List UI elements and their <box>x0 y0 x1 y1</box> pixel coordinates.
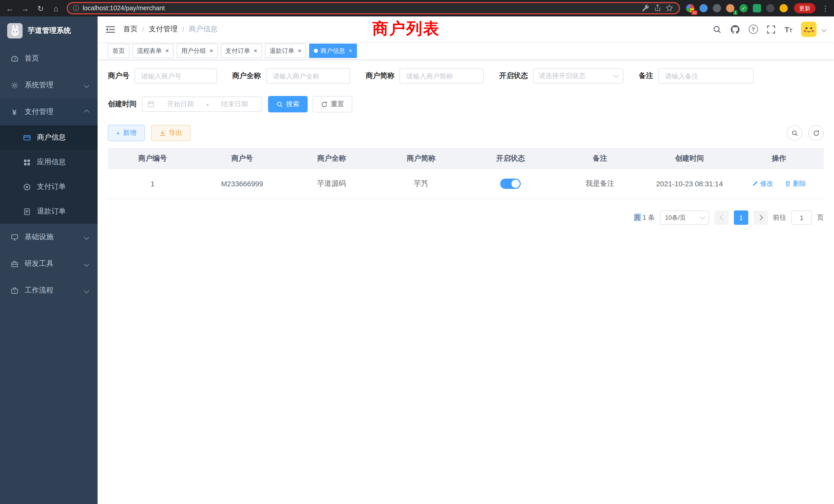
col-full-name: 商户全称 <box>287 148 376 168</box>
hide-search-button[interactable] <box>787 125 802 141</box>
tab-home[interactable]: 首页 <box>108 44 129 58</box>
avatar-caret-icon[interactable] <box>821 27 827 32</box>
search-icon <box>276 101 283 108</box>
breadcrumb-payment[interactable]: 支付管理 <box>149 25 178 34</box>
sidebar-item-workflow[interactable]: 工作流程 <box>0 277 97 304</box>
delete-button[interactable]: 删除 <box>785 179 806 188</box>
extension-icon-face[interactable] <box>780 4 788 12</box>
close-icon[interactable]: × <box>349 48 352 54</box>
extension-icon-dark[interactable] <box>713 4 721 12</box>
edit-button[interactable]: 修改 <box>752 179 773 188</box>
close-icon[interactable]: × <box>298 48 302 54</box>
close-icon[interactable]: × <box>254 48 257 54</box>
github-icon[interactable] <box>730 25 740 34</box>
tab-process-form[interactable]: 流程表单 × <box>132 44 174 58</box>
extension-icon-pin[interactable] <box>766 4 774 12</box>
page-size-select[interactable]: 10条/页 <box>660 210 709 225</box>
site-info-icon[interactable]: ⓘ <box>73 4 79 13</box>
remark-input[interactable] <box>658 68 754 84</box>
browser-update-button[interactable]: 更新 <box>794 3 815 13</box>
password-key-icon[interactable] <box>642 4 650 12</box>
page-1-button[interactable]: 1 <box>734 210 748 225</box>
edit-button-label: 修改 <box>760 179 773 188</box>
reset-button[interactable]: 重置 <box>313 96 352 112</box>
export-button[interactable]: 导出 <box>151 125 190 141</box>
pagination: 共 1 条 10条/页 1 前往 页 <box>108 210 824 225</box>
forward-icon[interactable]: → <box>21 4 30 12</box>
extension-icon-green-check[interactable]: ✓ <box>740 4 748 12</box>
pagination-total: 共 1 条 <box>634 213 655 222</box>
status-select[interactable]: 请选择开启状态 <box>533 68 623 84</box>
cell-create-time: 2021-10-23 08:31:14 <box>645 168 734 199</box>
address-bar[interactable]: ⓘ localhost:1024/pay/merchant <box>67 2 680 14</box>
cell-full-name: 芋道源码 <box>287 168 376 199</box>
cell-remark: 我是备注 <box>555 168 645 199</box>
col-status: 开启状态 <box>466 148 555 168</box>
short-name-input[interactable] <box>399 68 484 84</box>
home-icon[interactable]: ⌂ <box>51 4 61 12</box>
user-avatar[interactable] <box>801 22 816 37</box>
sidebar-item-payment[interactable]: ¥ 支付管理 <box>0 98 97 125</box>
goto-label: 前往 <box>773 213 786 222</box>
full-name-input[interactable] <box>266 68 350 84</box>
search-button[interactable]: 搜索 <box>268 96 308 112</box>
tab-refund-order[interactable]: 退款订单 × <box>265 44 306 58</box>
tab-user-group[interactable]: 用户分组 × <box>177 44 218 58</box>
goto-page-input[interactable] <box>791 210 812 225</box>
close-icon[interactable]: × <box>166 48 169 54</box>
close-icon[interactable]: × <box>210 48 213 54</box>
status-toggle[interactable] <box>500 179 521 189</box>
extension-icon-orange[interactable]: 1 <box>726 4 734 12</box>
app-header: 首页 / 支付管理 / 商户信息 商户列表 ? <box>97 17 834 42</box>
col-merchant-id: 商户编号 <box>108 148 197 168</box>
sidebar-item-dev-tools[interactable]: 研发工具 <box>0 250 97 277</box>
font-size-icon[interactable]: TT <box>785 25 792 33</box>
chevron-down-icon <box>700 214 705 220</box>
extension-icon-green-square[interactable] <box>753 4 761 12</box>
sidebar-item-system[interactable]: 系统管理 <box>0 72 97 98</box>
sidebar-item-infrastructure[interactable]: 基础设施 <box>0 224 97 250</box>
prev-page-button[interactable] <box>714 210 729 225</box>
sidebar-toggle-icon[interactable] <box>106 25 115 33</box>
share-icon[interactable] <box>654 4 662 12</box>
app-logo-icon <box>7 23 23 39</box>
create-time-range-picker[interactable]: 开始日期 - 结束日期 <box>142 96 262 112</box>
reload-icon[interactable]: ↻ <box>36 4 45 12</box>
tab-label: 首页 <box>112 46 125 55</box>
export-button-label: 导出 <box>169 128 182 138</box>
breadcrumb-separator: / <box>182 25 184 33</box>
sidebar-item-pay-order[interactable]: 支付订单 <box>0 175 97 199</box>
sidebar-item-application-info[interactable]: 应用信息 <box>0 150 97 175</box>
help-icon[interactable]: ? <box>748 25 758 34</box>
sidebar-item-refund-order[interactable]: 退款订单 <box>0 199 97 224</box>
breadcrumb-home[interactable]: 首页 <box>123 25 138 34</box>
merchant-no-input[interactable] <box>135 68 217 84</box>
col-short-name: 商户简称 <box>376 148 466 168</box>
tab-pay-order[interactable]: 支付订单 × <box>221 44 262 58</box>
browser-menu-icon[interactable]: ⋮ <box>822 4 829 12</box>
sidebar-item-merchant-info[interactable]: 商户信息 <box>0 125 97 150</box>
url-text[interactable]: localhost:1024/pay/merchant <box>83 5 638 12</box>
bookmark-star-icon[interactable] <box>665 4 674 12</box>
header-search-icon[interactable] <box>712 25 722 34</box>
filter-label-merchant-no: 商户号 <box>108 71 129 81</box>
extension-icon-colorful[interactable]: 10 <box>686 4 694 12</box>
sidebar-item-label: 支付管理 <box>25 107 53 116</box>
refresh-table-button[interactable] <box>808 125 824 141</box>
next-page-button[interactable] <box>753 210 768 225</box>
header-actions: ? TT <box>712 22 826 37</box>
page-size-value: 10条/页 <box>665 213 686 222</box>
extension-icon-blue[interactable] <box>699 4 708 12</box>
sidebar-submenu-payment: 商户信息 应用信息 支付订单 <box>0 125 97 224</box>
refresh-icon <box>813 130 819 136</box>
page-content: 商户号 商户全称 商户简称 开启状态 请选择开启状态 <box>97 60 834 504</box>
tab-merchant-info[interactable]: 商户信息 × <box>309 44 357 58</box>
chevron-down-icon <box>84 83 89 88</box>
yen-icon: ¥ <box>10 108 19 116</box>
sidebar-logo[interactable]: 芋道管理系统 <box>0 17 97 45</box>
app-title: 芋道管理系统 <box>28 26 71 36</box>
back-icon[interactable]: ← <box>5 4 14 12</box>
add-button[interactable]: + 新增 <box>108 125 145 141</box>
fullscreen-icon[interactable] <box>766 25 776 34</box>
sidebar-item-home[interactable]: 首页 <box>0 45 97 72</box>
